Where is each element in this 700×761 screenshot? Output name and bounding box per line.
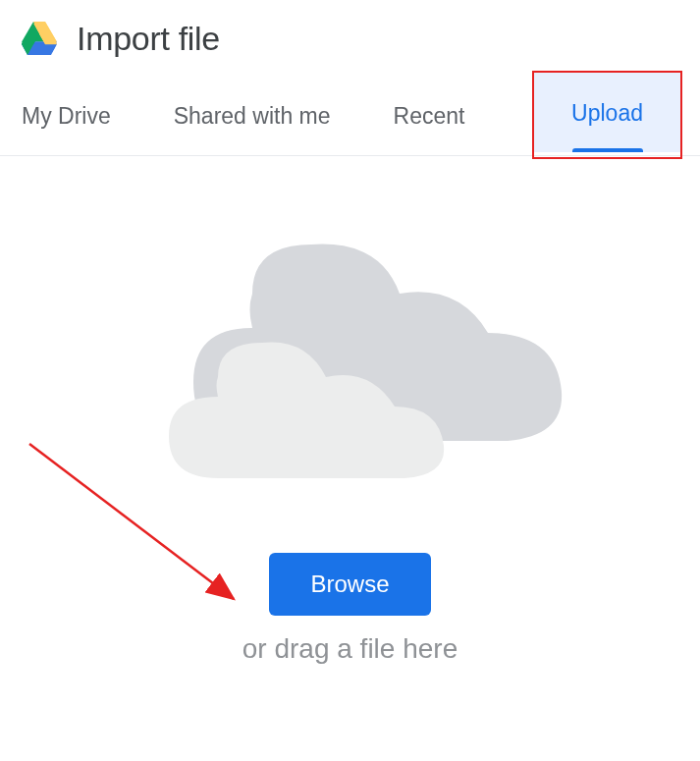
cloud-upload-illustration-icon [125,235,576,553]
tab-shared-with-me[interactable]: Shared with me [162,76,362,155]
dialog-header: Import file [0,0,700,76]
drag-hint-text: or drag a file here [242,633,458,665]
tab-my-drive[interactable]: My Drive [10,76,142,155]
upload-area[interactable]: Browse or drag a file here [0,156,700,665]
dialog-title: Import file [77,20,220,58]
tab-upload[interactable]: Upload [534,73,680,152]
annotation-highlight-box: Upload [532,71,682,159]
google-drive-logo-icon [22,24,57,59]
browse-button[interactable]: Browse [269,553,430,616]
source-tabs: My Drive Shared with me Recent Upload [0,76,700,156]
tab-recent[interactable]: Recent [382,76,497,155]
